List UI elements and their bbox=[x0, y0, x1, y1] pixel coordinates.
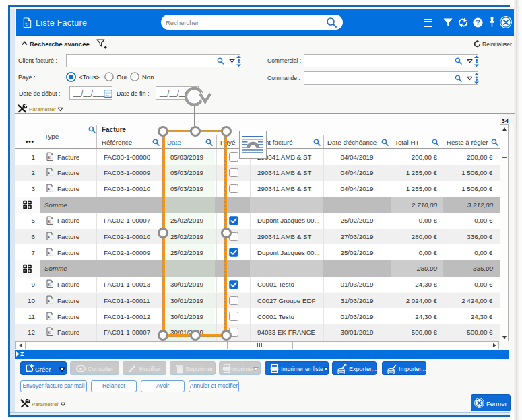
svg-text:€: € bbox=[48, 155, 51, 160]
svg-text:€: € bbox=[48, 330, 51, 335]
svg-text:€: € bbox=[48, 219, 51, 223]
svg-text:€: € bbox=[48, 250, 51, 255]
svg-text:€: € bbox=[48, 283, 51, 287]
svg-text:€: € bbox=[48, 314, 51, 319]
svg-text:?: ? bbox=[476, 18, 480, 26]
svg-text:€: € bbox=[25, 21, 28, 27]
svg-text:€: € bbox=[48, 186, 51, 191]
svg-text:€: € bbox=[48, 171, 51, 176]
svg-text:€: € bbox=[48, 298, 51, 303]
svg-text:€: € bbox=[48, 234, 51, 239]
